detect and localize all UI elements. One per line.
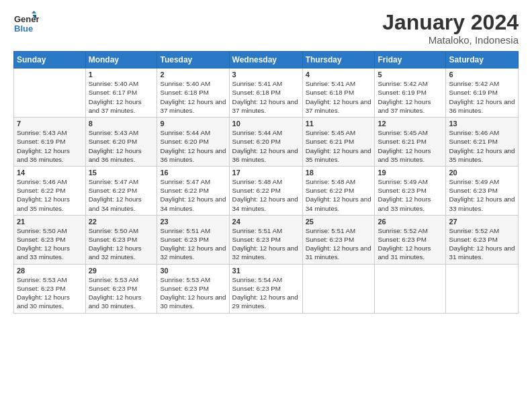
day-info: Sunrise: 5:48 AMSunset: 6:22 PMDaylight:… — [232, 177, 300, 213]
day-number: 1 — [89, 71, 154, 79]
day-info: Sunrise: 5:53 AMSunset: 6:23 PMDaylight:… — [89, 275, 154, 311]
svg-text:Blue: Blue — [14, 24, 33, 34]
day-number: 7 — [17, 120, 83, 128]
day-number: 20 — [449, 169, 515, 177]
cell-w2-d3: 10 Sunrise: 5:44 AMSunset: 6:20 PMDaylig… — [229, 118, 302, 167]
day-number: 24 — [232, 218, 300, 226]
day-info: Sunrise: 5:54 AMSunset: 6:23 PMDaylight:… — [232, 275, 300, 311]
col-sunday: Sunday — [14, 52, 86, 68]
day-number: 11 — [306, 120, 372, 128]
day-number: 15 — [89, 169, 154, 177]
day-info: Sunrise: 5:51 AMSunset: 6:23 PMDaylight:… — [160, 226, 226, 262]
cell-w5-d0: 28 Sunrise: 5:53 AMSunset: 6:23 PMDaylig… — [14, 264, 86, 313]
cell-w5-d1: 29 Sunrise: 5:53 AMSunset: 6:23 PMDaylig… — [85, 264, 157, 313]
day-info: Sunrise: 5:43 AMSunset: 6:20 PMDaylight:… — [89, 128, 154, 164]
day-info: Sunrise: 5:52 AMSunset: 6:23 PMDaylight:… — [449, 226, 515, 262]
cell-w2-d2: 9 Sunrise: 5:44 AMSunset: 6:20 PMDayligh… — [157, 118, 229, 167]
cell-w1-d1: 1 Sunrise: 5:40 AMSunset: 6:17 PMDayligh… — [85, 68, 157, 118]
day-number: 9 — [160, 120, 226, 128]
cell-w3-d3: 17 Sunrise: 5:48 AMSunset: 6:22 PMDaylig… — [229, 166, 302, 215]
col-saturday: Saturday — [446, 52, 519, 68]
cell-w3-d6: 20 Sunrise: 5:49 AMSunset: 6:23 PMDaylig… — [446, 166, 519, 215]
calendar-table: Sunday Monday Tuesday Wednesday Thursday… — [13, 51, 519, 313]
day-number: 30 — [160, 267, 226, 275]
day-number: 2 — [160, 71, 226, 79]
week-row-3: 14 Sunrise: 5:46 AMSunset: 6:22 PMDaylig… — [14, 166, 519, 215]
day-info: Sunrise: 5:40 AMSunset: 6:17 PMDaylight:… — [89, 79, 154, 115]
day-number: 31 — [232, 267, 300, 275]
day-info: Sunrise: 5:42 AMSunset: 6:19 PMDaylight:… — [378, 79, 443, 115]
day-info: Sunrise: 5:52 AMSunset: 6:23 PMDaylight:… — [378, 226, 443, 262]
cell-w1-d6: 6 Sunrise: 5:42 AMSunset: 6:19 PMDayligh… — [446, 68, 519, 118]
cell-w1-d2: 2 Sunrise: 5:40 AMSunset: 6:18 PMDayligh… — [157, 68, 229, 118]
day-info: Sunrise: 5:46 AMSunset: 6:22 PMDaylight:… — [17, 177, 83, 213]
week-row-4: 21 Sunrise: 5:50 AMSunset: 6:23 PMDaylig… — [14, 215, 519, 264]
cell-w4-d3: 24 Sunrise: 5:51 AMSunset: 6:23 PMDaylig… — [229, 215, 302, 264]
day-info: Sunrise: 5:49 AMSunset: 6:23 PMDaylight:… — [449, 177, 515, 213]
day-number: 16 — [160, 169, 226, 177]
day-info: Sunrise: 5:45 AMSunset: 6:21 PMDaylight:… — [306, 128, 372, 164]
cell-w4-d0: 21 Sunrise: 5:50 AMSunset: 6:23 PMDaylig… — [14, 215, 86, 264]
cell-w5-d2: 30 Sunrise: 5:53 AMSunset: 6:23 PMDaylig… — [157, 264, 229, 313]
day-info: Sunrise: 5:41 AMSunset: 6:18 PMDaylight:… — [306, 79, 372, 115]
day-number: 14 — [17, 169, 83, 177]
cell-w2-d6: 13 Sunrise: 5:46 AMSunset: 6:21 PMDaylig… — [446, 118, 519, 167]
cell-w5-d6 — [446, 264, 519, 313]
day-number: 25 — [306, 218, 372, 226]
col-tuesday: Tuesday — [157, 52, 229, 68]
day-number: 12 — [378, 120, 443, 128]
cell-w5-d4 — [302, 264, 375, 313]
day-info: Sunrise: 5:48 AMSunset: 6:22 PMDaylight:… — [306, 177, 372, 213]
cell-w3-d1: 15 Sunrise: 5:47 AMSunset: 6:22 PMDaylig… — [85, 166, 157, 215]
logo-icon: General Blue — [13, 11, 39, 36]
cell-w4-d4: 25 Sunrise: 5:51 AMSunset: 6:23 PMDaylig… — [302, 215, 375, 264]
week-row-5: 28 Sunrise: 5:53 AMSunset: 6:23 PMDaylig… — [14, 264, 519, 313]
day-info: Sunrise: 5:47 AMSunset: 6:22 PMDaylight:… — [160, 177, 226, 213]
logo-container: General Blue — [13, 11, 39, 36]
col-monday: Monday — [85, 52, 157, 68]
week-row-2: 7 Sunrise: 5:43 AMSunset: 6:19 PMDayligh… — [14, 118, 519, 167]
cell-w5-d3: 31 Sunrise: 5:54 AMSunset: 6:23 PMDaylig… — [229, 264, 302, 313]
cell-w3-d4: 18 Sunrise: 5:48 AMSunset: 6:22 PMDaylig… — [302, 166, 375, 215]
week-row-1: 1 Sunrise: 5:40 AMSunset: 6:17 PMDayligh… — [14, 68, 519, 118]
day-info: Sunrise: 5:49 AMSunset: 6:23 PMDaylight:… — [378, 177, 443, 213]
day-number: 5 — [378, 71, 443, 79]
col-friday: Friday — [375, 52, 446, 68]
day-info: Sunrise: 5:51 AMSunset: 6:23 PMDaylight:… — [306, 226, 372, 262]
day-number: 23 — [160, 218, 226, 226]
cell-w4-d2: 23 Sunrise: 5:51 AMSunset: 6:23 PMDaylig… — [157, 215, 229, 264]
day-info: Sunrise: 5:44 AMSunset: 6:20 PMDaylight:… — [160, 128, 226, 164]
cell-w2-d4: 11 Sunrise: 5:45 AMSunset: 6:21 PMDaylig… — [302, 118, 375, 167]
day-info: Sunrise: 5:53 AMSunset: 6:23 PMDaylight:… — [17, 275, 83, 311]
day-number: 27 — [449, 218, 515, 226]
cell-w2-d0: 7 Sunrise: 5:43 AMSunset: 6:19 PMDayligh… — [14, 118, 86, 167]
title-block: January 2024 Mataloko, Indonesia — [382, 11, 519, 46]
day-info: Sunrise: 5:41 AMSunset: 6:18 PMDaylight:… — [232, 79, 300, 115]
cell-w4-d1: 22 Sunrise: 5:50 AMSunset: 6:23 PMDaylig… — [85, 215, 157, 264]
day-number: 17 — [232, 169, 300, 177]
day-number: 4 — [306, 71, 372, 79]
cell-w5-d5 — [375, 264, 446, 313]
day-number: 29 — [89, 267, 154, 275]
day-info: Sunrise: 5:50 AMSunset: 6:23 PMDaylight:… — [17, 226, 83, 262]
logo: General Blue — [13, 11, 39, 36]
day-info: Sunrise: 5:47 AMSunset: 6:22 PMDaylight:… — [89, 177, 154, 213]
cell-w1-d4: 4 Sunrise: 5:41 AMSunset: 6:18 PMDayligh… — [302, 68, 375, 118]
day-info: Sunrise: 5:40 AMSunset: 6:18 PMDaylight:… — [160, 79, 226, 115]
day-number: 13 — [449, 120, 515, 128]
day-info: Sunrise: 5:46 AMSunset: 6:21 PMDaylight:… — [449, 128, 515, 164]
cell-w4-d5: 26 Sunrise: 5:52 AMSunset: 6:23 PMDaylig… — [375, 215, 446, 264]
day-info: Sunrise: 5:44 AMSunset: 6:20 PMDaylight:… — [232, 128, 300, 164]
page: General Blue January 2024 Mataloko, Indo… — [0, 0, 532, 411]
cell-w3-d0: 14 Sunrise: 5:46 AMSunset: 6:22 PMDaylig… — [14, 166, 86, 215]
day-number: 19 — [378, 169, 443, 177]
col-thursday: Thursday — [302, 52, 375, 68]
cell-w2-d1: 8 Sunrise: 5:43 AMSunset: 6:20 PMDayligh… — [85, 118, 157, 167]
cell-w4-d6: 27 Sunrise: 5:52 AMSunset: 6:23 PMDaylig… — [446, 215, 519, 264]
cell-w3-d2: 16 Sunrise: 5:47 AMSunset: 6:22 PMDaylig… — [157, 166, 229, 215]
day-number: 26 — [378, 218, 443, 226]
day-number: 18 — [306, 169, 372, 177]
cell-w1-d3: 3 Sunrise: 5:41 AMSunset: 6:18 PMDayligh… — [229, 68, 302, 118]
day-info: Sunrise: 5:42 AMSunset: 6:19 PMDaylight:… — [449, 79, 515, 115]
day-number: 8 — [89, 120, 154, 128]
